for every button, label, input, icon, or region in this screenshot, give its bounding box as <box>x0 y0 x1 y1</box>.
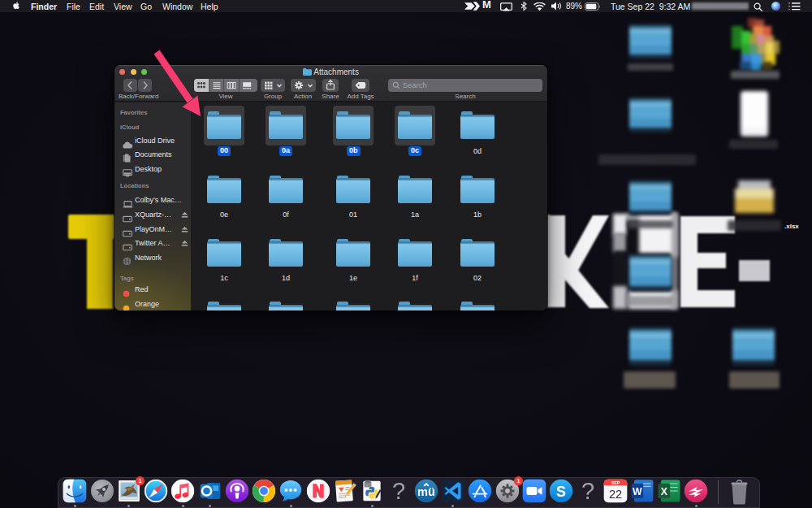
svg-text:S: S <box>556 483 566 499</box>
svg-text:X: X <box>661 486 668 497</box>
svg-text:SEP: SEP <box>611 480 620 484</box>
svg-text:22: 22 <box>608 487 621 500</box>
svg-text:W: W <box>633 486 642 497</box>
svg-text:mü: mü <box>417 485 435 498</box>
